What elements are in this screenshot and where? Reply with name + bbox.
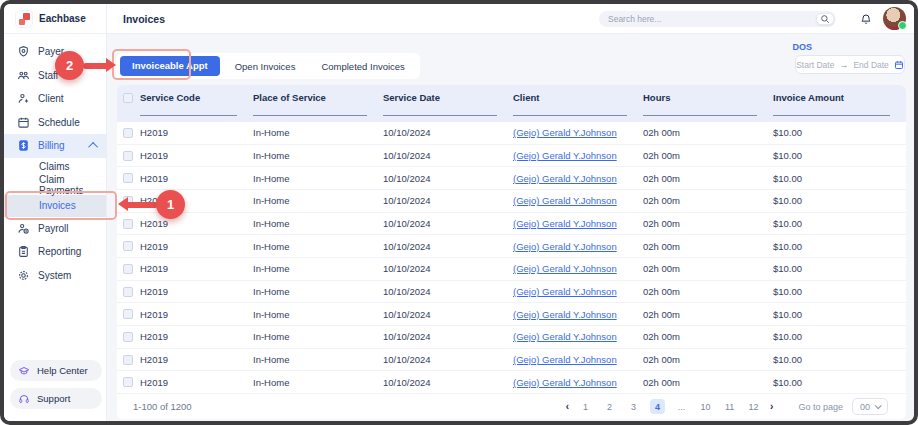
client-link[interactable]: (Gejo) Gerald Y.Johnson bbox=[513, 218, 617, 229]
service-date-cell: 10/10/2024 bbox=[383, 263, 513, 274]
next-page-chevron-icon[interactable]: › bbox=[770, 401, 773, 412]
service-code-value: H2019 bbox=[140, 331, 168, 342]
dos-date-range-input[interactable]: Start Date → End Date bbox=[795, 55, 905, 74]
client-link[interactable]: (Gejo) Gerald Y.Johnson bbox=[513, 309, 617, 320]
invoice-amount-filter-input[interactable] bbox=[773, 115, 890, 116]
sidebar-item-payroll[interactable]: Payroll bbox=[4, 217, 106, 241]
service-code-value: H2019 bbox=[140, 309, 168, 320]
place-of-service-cell: In-Home bbox=[253, 286, 383, 297]
hours-filter-input[interactable] bbox=[643, 115, 757, 116]
client-filter-input[interactable] bbox=[513, 115, 627, 116]
table-row: H2019 In-Home 10/10/2024 (Gejo) Gerald Y… bbox=[117, 281, 906, 304]
row-checkbox[interactable] bbox=[123, 287, 133, 297]
billing-dollar-icon bbox=[17, 139, 30, 152]
page-button-10[interactable]: 10 bbox=[698, 399, 713, 414]
place-of-service-cell: In-Home bbox=[253, 331, 383, 342]
gear-icon bbox=[17, 269, 30, 282]
page-button-1[interactable]: 1 bbox=[578, 399, 593, 414]
sidebar-subitem-claims[interactable]: Claims bbox=[4, 158, 106, 177]
client-link[interactable]: (Gejo) Gerald Y.Johnson bbox=[513, 173, 617, 184]
page-button-11[interactable]: 11 bbox=[722, 399, 737, 414]
invoice-tabs: Invoiceable Appt Open Invoices Completed… bbox=[116, 53, 420, 79]
place-of-service-filter-input[interactable] bbox=[253, 115, 367, 116]
row-checkbox[interactable] bbox=[123, 219, 133, 229]
tab-open-invoices[interactable]: Open Invoices bbox=[222, 61, 309, 72]
annotation-arrow-2 bbox=[83, 58, 116, 73]
hours-cell: 02h 00m bbox=[643, 331, 773, 342]
hours-cell: 02h 00m bbox=[643, 218, 773, 229]
column-service-code: Service Code bbox=[117, 92, 253, 122]
pagination: ‹ 1234...101112 › Go to page 00 bbox=[566, 398, 888, 415]
sidebar-item-schedule[interactable]: Schedule bbox=[4, 111, 106, 135]
shield-icon bbox=[17, 45, 30, 58]
table-row: H2019 In-Home 10/10/2024 (Gejo) Gerald Y… bbox=[117, 122, 906, 145]
place-of-service-cell: In-Home bbox=[253, 127, 383, 138]
service-code-filter-input[interactable] bbox=[140, 115, 237, 116]
page-button-4[interactable]: 4 bbox=[650, 399, 665, 414]
sidebar-item-client[interactable]: Client bbox=[4, 87, 106, 111]
client-link[interactable]: (Gejo) Gerald Y.Johnson bbox=[513, 377, 617, 388]
client-link[interactable]: (Gejo) Gerald Y.Johnson bbox=[513, 263, 617, 274]
user-avatar[interactable] bbox=[883, 7, 906, 30]
hours-cell: 02h 00m bbox=[643, 263, 773, 274]
sidebar-item-support[interactable]: Support bbox=[10, 388, 102, 409]
sidebar-item-label: Reporting bbox=[38, 246, 81, 257]
invoice-amount-cell: $10.00 bbox=[773, 263, 906, 274]
invoice-amount-cell: $10.00 bbox=[773, 286, 906, 297]
column-label: Service Code bbox=[140, 92, 200, 103]
sidebar-item-system[interactable]: System bbox=[4, 264, 106, 288]
sidebar-item-reporting[interactable]: Reporting bbox=[4, 240, 106, 264]
goto-page-select[interactable]: 00 bbox=[852, 398, 888, 415]
row-checkbox[interactable] bbox=[123, 377, 133, 387]
sidebar-subitem-invoices[interactable]: Invoices bbox=[4, 195, 106, 217]
users-icon bbox=[17, 69, 30, 82]
brand-name: Eachbase bbox=[39, 13, 86, 24]
search-box bbox=[599, 11, 836, 27]
row-checkbox[interactable] bbox=[123, 332, 133, 342]
table-row: H2019 In-Home 10/10/2024 (Gejo) Gerald Y… bbox=[117, 326, 906, 349]
row-checkbox[interactable] bbox=[123, 151, 133, 161]
tab-completed-invoices[interactable]: Completed Invoices bbox=[308, 61, 417, 72]
sidebar-item-help-center[interactable]: Help Center bbox=[10, 360, 102, 381]
client-link[interactable]: (Gejo) Gerald Y.Johnson bbox=[513, 150, 617, 161]
page-button-2[interactable]: 2 bbox=[602, 399, 617, 414]
client-link[interactable]: (Gejo) Gerald Y.Johnson bbox=[513, 354, 617, 365]
row-checkbox[interactable] bbox=[123, 355, 133, 365]
column-service-date: Service Date bbox=[383, 92, 513, 122]
table-row: H2019 In-Home 10/10/2024 (Gejo) Gerald Y… bbox=[117, 145, 906, 168]
select-all-checkbox[interactable] bbox=[123, 93, 133, 103]
service-code-cell: H2019 bbox=[117, 173, 253, 184]
sidebar-item-label: System bbox=[38, 270, 71, 281]
notification-bell-icon[interactable] bbox=[860, 12, 872, 26]
row-checkbox[interactable] bbox=[123, 309, 133, 319]
service-code-value: H2019 bbox=[140, 127, 168, 138]
table-row: H2019 In-Home 10/10/2024 (Gejo) Gerald Y… bbox=[117, 167, 906, 190]
client-link[interactable]: (Gejo) Gerald Y.Johnson bbox=[513, 127, 617, 138]
row-checkbox[interactable] bbox=[123, 241, 133, 251]
page-button-3[interactable]: 3 bbox=[626, 399, 641, 414]
service-code-cell: H2019 bbox=[117, 331, 253, 342]
help-center-label: Help Center bbox=[37, 365, 88, 376]
search-button[interactable] bbox=[816, 13, 834, 25]
tab-invoiceable-appt[interactable]: Invoiceable Appt bbox=[120, 56, 220, 76]
row-checkbox[interactable] bbox=[123, 173, 133, 183]
sidebar-subitem-claim-payments[interactable]: Claim Payments bbox=[4, 176, 106, 195]
service-date-cell: 10/10/2024 bbox=[383, 195, 513, 206]
headset-icon bbox=[18, 393, 30, 405]
previous-page-chevron-icon[interactable]: ‹ bbox=[566, 401, 569, 412]
search-input[interactable] bbox=[608, 14, 816, 24]
chevron-down-icon bbox=[875, 402, 882, 409]
page-button-12[interactable]: 12 bbox=[746, 399, 761, 414]
service-date-filter-input[interactable] bbox=[383, 115, 497, 116]
help-cap-icon bbox=[18, 365, 30, 377]
client-link[interactable]: (Gejo) Gerald Y.Johnson bbox=[513, 286, 617, 297]
client-link[interactable]: (Gejo) Gerald Y.Johnson bbox=[513, 195, 617, 206]
sidebar-item-billing[interactable]: Billing bbox=[4, 134, 106, 158]
client-link[interactable]: (Gejo) Gerald Y.Johnson bbox=[513, 241, 617, 252]
page-title: Invoices bbox=[123, 13, 165, 25]
invoice-amount-cell: $10.00 bbox=[773, 173, 906, 184]
column-label: Service Date bbox=[383, 92, 440, 103]
row-checkbox[interactable] bbox=[123, 264, 133, 274]
row-checkbox[interactable] bbox=[123, 128, 133, 138]
client-link[interactable]: (Gejo) Gerald Y.Johnson bbox=[513, 331, 617, 342]
